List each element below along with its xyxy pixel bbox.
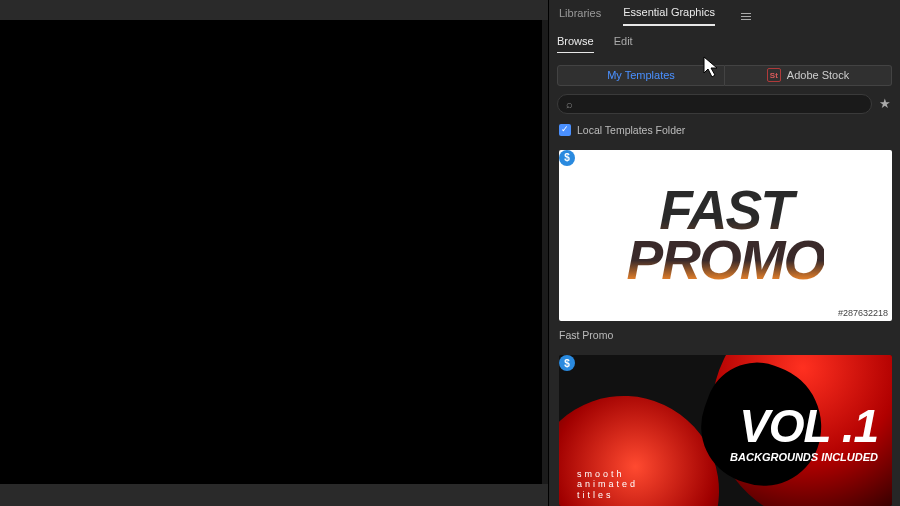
essential-graphics-panel: Libraries Essential Graphics Browse Edit… bbox=[548, 0, 900, 506]
tab-libraries[interactable]: Libraries bbox=[559, 7, 601, 25]
template-thumbnail-subtitle: BACKGROUNDS INCLUDED bbox=[730, 451, 878, 463]
template-thumbnail-tagline: smoothanimatedtitles bbox=[577, 469, 638, 500]
paid-badge-icon: $ bbox=[559, 355, 575, 371]
filter-my-templates[interactable]: My Templates bbox=[557, 65, 725, 86]
filter-adobe-stock-label: Adobe Stock bbox=[787, 69, 849, 81]
template-card-fast-promo[interactable]: $ FAST PROMO #287632218 bbox=[559, 150, 892, 322]
local-templates-label: Local Templates Folder bbox=[577, 124, 685, 136]
subtab-edit[interactable]: Edit bbox=[614, 35, 633, 52]
filter-adobe-stock[interactable]: St Adobe Stock bbox=[725, 65, 892, 86]
template-thumbnail-title: VOL .1 bbox=[739, 399, 878, 453]
search-icon: ⌕ bbox=[566, 98, 573, 110]
panel-menu-icon[interactable] bbox=[741, 13, 751, 20]
favorites-star-icon[interactable]: ★ bbox=[878, 96, 892, 111]
filter-my-templates-label: My Templates bbox=[607, 69, 675, 81]
preview-pane bbox=[0, 0, 548, 506]
tab-essential-graphics[interactable]: Essential Graphics bbox=[623, 6, 715, 26]
template-caption: Fast Promo bbox=[559, 327, 892, 349]
search-row: ⌕ ★ bbox=[557, 94, 892, 114]
search-input[interactable]: ⌕ bbox=[557, 94, 872, 114]
paid-badge-icon: $ bbox=[559, 150, 575, 166]
subtab-browse[interactable]: Browse bbox=[557, 35, 594, 53]
templates-list: $ FAST PROMO #287632218 Fast Promo $ VOL… bbox=[559, 150, 892, 506]
local-templates-checkbox[interactable]: ✓ bbox=[559, 124, 571, 136]
template-card-vol1[interactable]: $ VOL .1 BACKGROUNDS INCLUDED smoothanim… bbox=[559, 355, 892, 506]
template-stock-id: #287632218 bbox=[838, 308, 888, 318]
preview-footer-strip bbox=[0, 484, 548, 506]
filter-row: My Templates St Adobe Stock bbox=[557, 65, 892, 86]
adobe-stock-badge-icon: St bbox=[767, 68, 781, 82]
template-thumbnail-text: FAST PROMO bbox=[627, 185, 825, 286]
panel-subtab-bar: Browse Edit bbox=[549, 27, 900, 53]
preview-canvas[interactable] bbox=[0, 20, 542, 484]
preview-header-strip bbox=[0, 0, 548, 20]
app-root: Libraries Essential Graphics Browse Edit… bbox=[0, 0, 900, 506]
panel-tab-bar: Libraries Essential Graphics bbox=[549, 0, 900, 27]
local-templates-row[interactable]: ✓ Local Templates Folder bbox=[559, 124, 892, 136]
